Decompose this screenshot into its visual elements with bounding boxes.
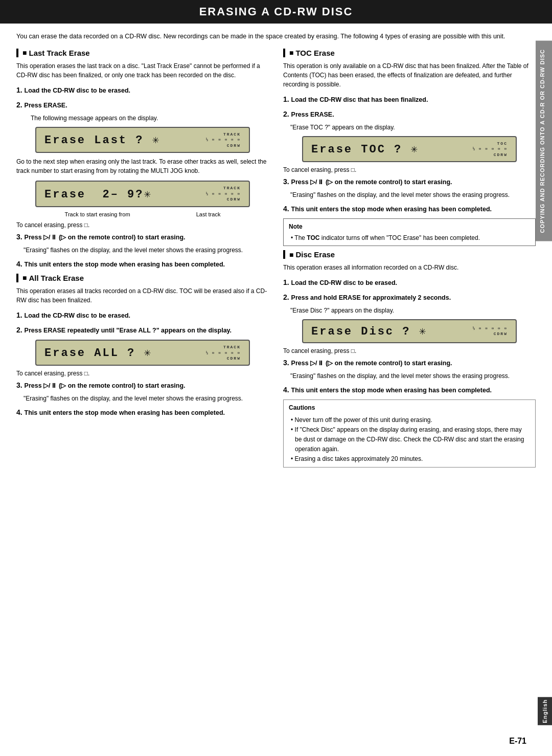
step3-last-text: Press ▷/⏸ (▷ on the remote control) to s… [25, 234, 186, 241]
step1-disc-text: Load the CD-RW disc to be erased. [291, 279, 397, 286]
lcd2-ind-bottom: CDRW [227, 197, 241, 202]
diagram-left: Track to start erasing from [65, 211, 130, 217]
step4-last-text: This unit enters the stop mode when eras… [25, 261, 225, 268]
lcd-erase-all: Erase ALL ? ✳ TRACK ⅓ ∞ ∞ ∞ ∞ ∞ CDRW [16, 340, 269, 366]
step4-all-text: This unit enters the stop mode when eras… [25, 409, 225, 416]
all-track-erase-desc: This operation erases all tracks recorde… [16, 286, 269, 305]
disc-erase-desc: This operation erases all information re… [283, 263, 536, 272]
caution-3: Erasing a disc takes approximately 20 mi… [289, 454, 530, 464]
step1-all-text: Load the CD-RW disc to be erased. [25, 312, 130, 319]
lcd-erase-last2: Erase 2– 9?✳ TRACK ⅓ ∞ ∞ ∞ ∞ ∞ CDRW Trac… [16, 181, 269, 217]
main-content: You can erase the data recorded on a CD-… [0, 32, 552, 482]
page-title: ERASING A CD-RW DISC [0, 5, 552, 18]
two-column: Last Track Erase This operation erases t… [16, 49, 536, 472]
lcd-all-text: Erase ALL ? ✳ [44, 346, 152, 360]
step4-toc-text: This unit enters the stop mode when eras… [291, 206, 492, 213]
col-left: Last Track Erase This operation erases t… [16, 49, 269, 472]
step2-toc-sub: "Erase TOC ?" appears on the display. [283, 123, 536, 132]
caution-1: Never turn off the power of this unit du… [289, 415, 530, 425]
cancel-note-all: To cancel erasing, press □. [16, 370, 269, 377]
step-3-last: 3. Press ▷/⏸ (▷ on the remote control) t… [16, 232, 269, 255]
diagram-labels: Track to start erasing from Last track [16, 211, 269, 217]
cautions-box: Cautions Never turn off the power of thi… [283, 399, 536, 468]
step3-toc-sub: "Erasing" flashes on the display, and th… [283, 190, 536, 199]
lcd-erase-disc: Erase Disc ? ✳ ⅓ ∞ ∞ ∞ ∞ ∞ CDRW [283, 319, 536, 343]
all-track-erase-title: All Track Erase [16, 274, 269, 282]
lcd-disc-text: Erase Disc ? ✳ [311, 324, 427, 338]
cancel-note-last: To cancel erasing, press □. [16, 221, 269, 229]
step2-last-text: Press ERASE. [25, 102, 67, 109]
step-2-last: 2. Press ERASE. The following message ap… [16, 100, 269, 123]
toc-note-title: Note [289, 222, 530, 231]
cancel-note-disc: To cancel erasing, press □. [283, 347, 536, 354]
last-track-erase-title: Last Track Erase [16, 49, 269, 57]
step3-disc-sub: "Erasing" flashes on the display, and th… [283, 371, 536, 381]
step2-disc-sub: "Erase Disc ?" appears on the display. [283, 306, 536, 315]
lcd-toc-text: Erase TOC ? ✳ [311, 142, 419, 156]
lcd-erase-last: Erase Last ? ✳ TRACK ⅓ ∞ ∞ ∞ ∞ ∞ CDRW [16, 127, 269, 153]
lcd1-text: Erase Last ? ✳ [44, 133, 160, 147]
toc-erase-title: TOC Erase [283, 49, 536, 57]
mid-note-last: Go to the next step when erasing only th… [16, 157, 269, 175]
section-last-track-erase: Last Track Erase This operation erases t… [16, 49, 269, 270]
lcd2-text: Erase 2– 9?✳ [44, 187, 152, 201]
diagram-right: Last track [196, 211, 221, 217]
page-number: E-71 [509, 737, 526, 746]
toc-note-text: The TOC indicator turns off when "TOC Er… [289, 233, 530, 242]
step3-disc-text: Press ▷/⏸ (▷ on the remote control) to s… [291, 360, 452, 367]
step2-last-sub: The following message appears on the dis… [24, 114, 269, 123]
disc-erase-title: Disc Erase [283, 250, 536, 259]
step4-disc-text: This unit enters the stop mode when eras… [291, 387, 492, 394]
lcd-erase-toc: Erase TOC ? ✳ TOC ⅓ ∞ ∞ ∞ ∞ ∞ CDRW [283, 136, 536, 163]
step-4-last: 4. This unit enters the stop mode when e… [16, 259, 269, 270]
page-header: ERASING A CD-RW DISC [0, 0, 552, 24]
cancel-note-toc: To cancel erasing, press □. [283, 166, 536, 173]
cautions-title: Cautions [289, 403, 530, 413]
step3-all-text: Press ▷/⏸ (▷ on the remote control) to s… [25, 382, 186, 389]
caution-2: If "Check Disc" appears on the display d… [289, 425, 530, 455]
intro-text: You can erase the data recorded on a CD-… [16, 32, 536, 41]
step2-disc-text: Press and hold ERASE for approximately 2… [291, 294, 451, 301]
step3-toc-text: Press ▷/⏸ (▷ on the remote control) to s… [291, 179, 452, 186]
step3-last-sub: "Erasing" flashes on the display, and th… [16, 246, 269, 255]
lcd2-ind-top: TRACK [223, 186, 241, 191]
step1-toc-text: Load the CD-RW disc that has been finali… [291, 96, 428, 103]
side-tab: COPYING AND RECORDING ONTO A CD-R OR CD-… [536, 41, 552, 241]
step-1-last: 1. Load the CD-RW disc to be erased. [16, 85, 269, 96]
toc-erase-desc: This operation is only available on a CD… [283, 61, 536, 89]
col-right: TOC Erase This operation is only availab… [283, 49, 536, 472]
section-toc-erase: TOC Erase This operation is only availab… [283, 49, 536, 247]
lcd1-ind-bottom: CDRW [227, 143, 241, 148]
section-all-track-erase: All Track Erase This operation erases al… [16, 274, 269, 418]
section-disc-erase: Disc Erase This operation erases all inf… [283, 250, 536, 468]
step2-toc-text: Press ERASE. [291, 111, 334, 118]
toc-note-box: Note The TOC indicator turns off when "T… [283, 218, 536, 246]
step2-all-text: Press ERASE repeatedly until "Erase ALL … [25, 327, 232, 334]
lcd1-ind-top: TRACK [223, 132, 241, 137]
english-tab: English [538, 697, 552, 725]
step1-last-text: Load the CD-RW disc to be erased. [25, 87, 130, 94]
last-track-erase-desc: This operation erases the last track on … [16, 61, 269, 80]
step3-all-sub: "Erasing" flashes on the display, and th… [16, 394, 269, 403]
